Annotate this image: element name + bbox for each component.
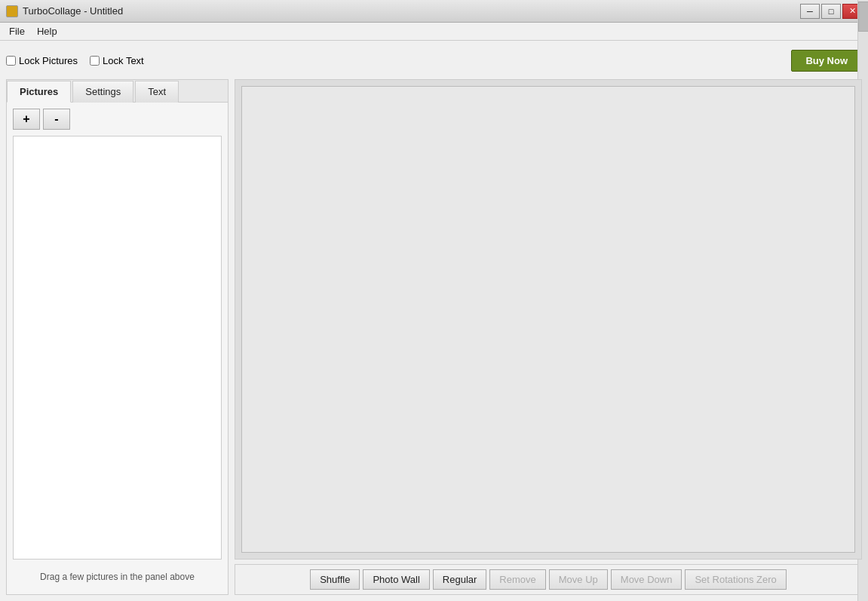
remove-picture-button[interactable]: -	[43, 109, 70, 130]
tab-pictures[interactable]: Pictures	[7, 81, 71, 103]
lock-pictures-checkbox[interactable]	[6, 56, 16, 66]
app-icon	[6, 5, 18, 17]
remove-button[interactable]: Remove	[489, 569, 545, 590]
app-window: TurboCollage - Untitled ─ □ ✕ File Help …	[0, 0, 868, 601]
panel-content: + - Drag a few pictures in the panel abo…	[7, 103, 228, 594]
lock-options: Lock Pictures Lock Text	[6, 55, 144, 66]
app-body: Lock Pictures Lock Text Buy Now Pictures…	[0, 41, 868, 601]
buy-now-button[interactable]: Buy Now	[791, 50, 862, 72]
drag-hint: Drag a few pictures in the panel above	[13, 566, 222, 588]
left-panel: Pictures Settings Text + - Drag a few pi…	[6, 79, 229, 595]
top-bar: Lock Pictures Lock Text Buy Now	[6, 47, 862, 75]
main-content: Pictures Settings Text + - Drag a few pi…	[6, 79, 862, 595]
set-rotations-zero-button[interactable]: Set Rotations Zero	[685, 569, 786, 590]
tab-settings[interactable]: Settings	[72, 81, 133, 103]
menu-file[interactable]: File	[3, 24, 31, 38]
canvas-inner	[241, 86, 855, 553]
maximize-button[interactable]: □	[821, 4, 841, 19]
tabs: Pictures Settings Text	[7, 80, 228, 103]
window-title: TurboCollage - Untitled	[23, 5, 123, 17]
title-bar: TurboCollage - Untitled ─ □ ✕	[0, 0, 868, 23]
add-picture-button[interactable]: +	[13, 109, 40, 130]
menu-help[interactable]: Help	[31, 24, 63, 38]
bottom-toolbar: Shuffle Photo Wall Regular Remove Move U…	[235, 564, 862, 595]
lock-pictures-option[interactable]: Lock Pictures	[6, 55, 78, 66]
photo-wall-button[interactable]: Photo Wall	[363, 569, 429, 590]
title-bar-left: TurboCollage - Untitled	[6, 5, 123, 17]
move-up-button[interactable]: Move Up	[549, 569, 608, 590]
collage-canvas[interactable]	[235, 79, 862, 560]
minimize-button[interactable]: ─	[800, 4, 820, 19]
shuffle-button[interactable]: Shuffle	[310, 569, 360, 590]
lock-pictures-label: Lock Pictures	[19, 55, 78, 66]
lock-text-label: Lock Text	[103, 55, 144, 66]
canvas-area: Shuffle Photo Wall Regular Remove Move U…	[235, 79, 862, 595]
pictures-list	[13, 136, 222, 560]
menu-bar: File Help	[0, 23, 868, 41]
tab-text[interactable]: Text	[135, 81, 179, 103]
lock-text-option[interactable]: Lock Text	[90, 55, 144, 66]
regular-button[interactable]: Regular	[433, 569, 487, 590]
add-remove-buttons: + -	[13, 109, 222, 130]
move-down-button[interactable]: Move Down	[611, 569, 682, 590]
lock-text-checkbox[interactable]	[90, 56, 100, 66]
title-bar-controls: ─ □ ✕	[800, 4, 862, 19]
